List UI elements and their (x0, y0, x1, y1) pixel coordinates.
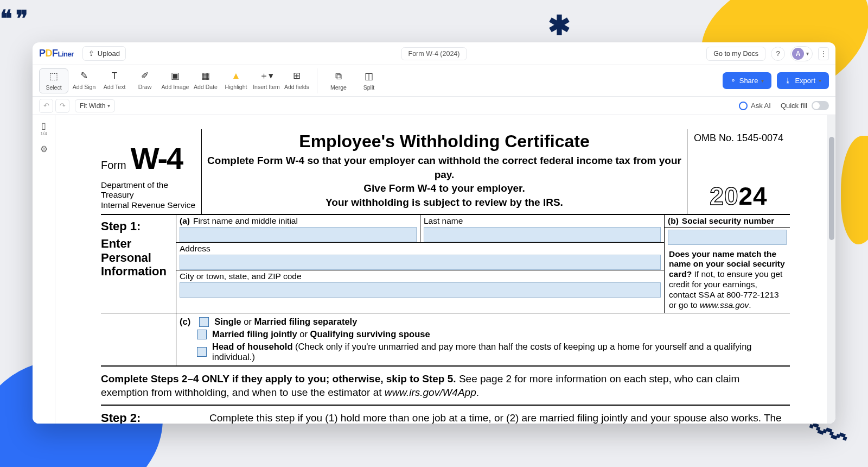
filing-status-single-checkbox[interactable] (199, 317, 209, 327)
left-rail: ▯ 1/4 ⚙ (33, 115, 55, 424)
first-name-field[interactable] (180, 227, 417, 242)
header-bar: PDFLiner ⇪ Upload Form W-4 (2024) Go to … (33, 42, 835, 65)
workspace: ▯ 1/4 ⚙ Form W-4 Department of the Treas… (33, 115, 835, 424)
chevron-down-icon: ▾ (819, 78, 821, 84)
help-button[interactable]: ? (771, 47, 785, 61)
settings-button[interactable]: ⚙ (40, 144, 48, 154)
cursor-icon: ⬚ (49, 71, 58, 82)
split-tool[interactable]: ◫ Split (354, 69, 384, 93)
quick-fill-toggle[interactable] (812, 101, 829, 110)
merge-icon: ⧉ (335, 71, 342, 82)
download-icon: ⭳ (784, 77, 792, 85)
upload-label: Upload (98, 49, 120, 58)
signature-icon: ✎ (80, 71, 88, 81)
name-match-note: Does your name match the name on your so… (665, 247, 790, 313)
add-fields-tool[interactable]: ⊞ Add fields (282, 68, 311, 93)
add-image-tool[interactable]: ▣ Add Image (161, 68, 190, 93)
go-to-my-docs-button[interactable]: Go to my Docs (706, 47, 765, 61)
zoom-select[interactable]: Fit Width ▾ (75, 99, 115, 112)
app-logo: PDFLiner (39, 48, 74, 59)
text-icon: T (112, 71, 117, 81)
scrollbar-thumb[interactable] (829, 137, 834, 240)
share-icon: ⚬ (730, 77, 736, 85)
filing-status-mfj-checkbox[interactable] (197, 330, 207, 339)
split-icon: ◫ (365, 71, 373, 82)
page-indicator: 1/4 (40, 131, 47, 136)
vertical-scrollbar[interactable] (827, 115, 835, 424)
chevron-down-icon: ▾ (107, 103, 110, 109)
draw-tool[interactable]: ✐ Draw (130, 68, 159, 93)
merge-tool[interactable]: ⧉ Merge (324, 69, 353, 93)
step2-label: Step 2: Multiple Jobs or Spouse (101, 411, 209, 424)
document-canvas[interactable]: Form W-4 Department of the Treasury Inte… (55, 115, 835, 424)
page-icon: ▯ (41, 121, 46, 131)
quick-fill-toggle-group: Quick fill (781, 101, 829, 110)
sub-toolbar: ↶ ↷ Fit Width ▾ Ask AI Quick fill (33, 97, 835, 115)
add-date-tool[interactable]: ▦ Add Date (191, 68, 220, 93)
insert-item-tool[interactable]: ＋▾ Insert Item (252, 68, 281, 93)
upload-icon: ⇪ (88, 49, 94, 58)
avatar: A (792, 48, 804, 60)
step1-label: Step 1: Enter Personal Information (101, 215, 176, 313)
bg-dots-top-left: ❝ ❞ (0, 5, 27, 32)
last-name-field[interactable] (424, 227, 661, 242)
add-text-tool[interactable]: T Add Text (100, 68, 129, 93)
add-sign-tool[interactable]: ✎ Add Sign (69, 68, 99, 93)
undo-button[interactable]: ↶ (39, 99, 53, 113)
upload-button[interactable]: ⇪ Upload (82, 46, 126, 61)
filing-status-hoh-checkbox[interactable] (197, 347, 207, 357)
bg-blob-yellow-mid (841, 136, 868, 244)
form-year-block: OMB No. 1545-0074 2024 (687, 129, 790, 214)
image-icon: ▣ (171, 71, 180, 81)
chevron-down-icon: ▾ (806, 51, 809, 56)
calendar-icon: ▦ (201, 71, 210, 81)
address-field[interactable] (180, 255, 661, 270)
steps-2-4-note: Complete Steps 2–4 ONLY if they apply to… (101, 367, 790, 406)
gear-icon: ⚙ (40, 144, 48, 154)
page-thumbnails-button[interactable]: ▯ 1/4 (40, 121, 47, 136)
redo-button[interactable]: ↷ (55, 99, 69, 113)
account-menu[interactable]: A ▾ (790, 46, 813, 61)
fields-icon: ⊞ (293, 71, 301, 81)
document-title[interactable]: Form W-4 (2024) (401, 47, 467, 60)
app-window: PDFLiner ⇪ Upload Form W-4 (2024) Go to … (33, 42, 835, 424)
plus-icon: ＋▾ (259, 71, 273, 81)
city-field[interactable] (180, 282, 661, 298)
more-menu-button[interactable]: ⋮ (818, 47, 829, 60)
form-title-block: Employee's Withholding Certificate Compl… (202, 129, 687, 214)
pencil-icon: ✐ (141, 71, 149, 81)
step2-text: Complete this step if you (1) hold more … (209, 411, 790, 424)
chevron-down-icon: ▾ (761, 78, 764, 84)
bg-splat-top: ✱ (548, 10, 571, 41)
highlight-tool[interactable]: ▲ Highlight (221, 68, 251, 93)
highlighter-icon: ▲ (232, 71, 241, 81)
share-button[interactable]: ⚬ Share ▾ (723, 72, 772, 89)
ask-ai-button[interactable]: Ask AI (739, 102, 771, 110)
form-page: Form W-4 Department of the Treasury Inte… (55, 115, 835, 424)
ai-circle-icon (739, 102, 748, 110)
select-tool[interactable]: ⬚ Select (39, 68, 68, 93)
toolbar: ⬚ Select ✎ Add Sign T Add Text ✐ Draw ▣ … (33, 65, 835, 97)
ssn-field[interactable] (668, 230, 787, 245)
form-id-block: Form W-4 Department of the Treasury Inte… (101, 129, 202, 214)
export-button[interactable]: ⭳ Export ▾ (777, 72, 829, 89)
